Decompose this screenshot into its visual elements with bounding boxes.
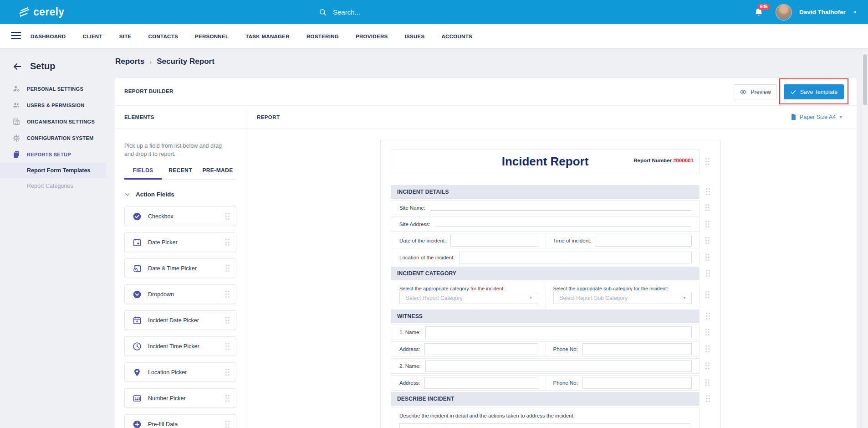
section-header-describe-incident[interactable]: DESCRIBE INCIDENT [391, 392, 700, 406]
nav-accounts[interactable]: ACCOUNTS [441, 34, 472, 39]
witness1-phone-input[interactable] [582, 343, 692, 355]
nav-contacts[interactable]: CONTACTS [148, 34, 178, 39]
nav-providers[interactable]: PROVIDERS [356, 34, 388, 39]
report-sub-category-select[interactable]: Select Report Sub Category ▼ [553, 292, 692, 304]
section-header-witness[interactable]: WITNESS [391, 309, 700, 323]
nav-client[interactable]: CLIENT [82, 34, 102, 39]
witness2-address-input[interactable] [424, 377, 538, 389]
sidebar-subitem-report-form-templates[interactable]: Report Form Templates [0, 163, 106, 178]
section-header-incident-category[interactable]: INCIDENT CATEGORY [391, 267, 700, 280]
field-item-number-picker[interactable]: 123 Number Picker [124, 388, 236, 408]
setup-sidebar: Setup PERSONAL SETTINGS USERS & PERMISSI… [0, 49, 113, 428]
witness1-address-input[interactable] [424, 343, 538, 355]
breadcrumb-parent[interactable]: Reports [115, 57, 144, 66]
describe-textarea[interactable] [399, 423, 691, 428]
drag-handle-icon[interactable] [705, 329, 710, 336]
report-title-block[interactable]: Incident Report Report Number #000001 [391, 149, 700, 174]
scrollbar-thumb[interactable] [863, 54, 867, 105]
date-input[interactable] [450, 235, 538, 247]
drag-handle-icon[interactable] [705, 254, 710, 261]
drag-handle-icon[interactable] [225, 213, 230, 220]
field-item-incident-time-picker[interactable]: Incident Time Picker [124, 336, 236, 356]
field-label: Site Name: [399, 205, 425, 211]
field-item-date-time-picker[interactable]: Date & Time Picker [124, 258, 236, 278]
row-describe-incident[interactable]: Describe the incident in detail and the … [391, 407, 700, 428]
tab-fields[interactable]: FIELDS [124, 167, 162, 180]
field-item-checkbox[interactable]: Checkbox [124, 206, 236, 226]
drag-handle-icon[interactable] [705, 204, 710, 211]
avatar[interactable] [776, 4, 792, 21]
time-input[interactable] [596, 235, 692, 247]
page-scrollbar[interactable] [862, 49, 868, 428]
nav-issues[interactable]: ISSUES [404, 34, 424, 39]
row-location[interactable]: Location of the incident: [391, 250, 700, 265]
row-witness2-address-phone[interactable]: Address: Phone No: [391, 375, 700, 391]
drag-handle-icon[interactable] [225, 395, 230, 402]
notifications-button[interactable]: 646 [754, 7, 764, 17]
drag-handle-icon[interactable] [705, 291, 710, 299]
user-name[interactable]: David Thalhofer [799, 9, 846, 15]
drag-handle-icon[interactable] [705, 362, 710, 370]
app-logo[interactable]: cerely [17, 0, 64, 24]
sidebar-item-configuration-system[interactable]: CONFIGURATION SYSTEM [0, 130, 113, 146]
witness1-name-input[interactable] [425, 326, 692, 338]
drag-handle-icon[interactable] [225, 369, 230, 376]
user-menu-caret-icon[interactable]: ▾ [854, 10, 856, 15]
location-input[interactable] [459, 252, 692, 263]
field-item-incident-date-picker[interactable]: Incident Date Picker [124, 310, 236, 330]
back-arrow-icon[interactable] [12, 62, 22, 72]
report-category-select[interactable]: Select Report Category ▼ [399, 292, 538, 304]
drag-handle-icon[interactable] [706, 313, 710, 320]
paper-size-selector[interactable]: Paper Size A4 ▼ [791, 113, 843, 120]
tab-recent[interactable]: RECENT [162, 167, 199, 180]
drag-handle-icon[interactable] [706, 188, 710, 196]
sidebar-item-organisation-settings[interactable]: ORGANISATION SETTINGS [0, 113, 113, 130]
report-paper: Incident Report Report Number #000001 IN… [380, 140, 721, 428]
nav-site[interactable]: SITE [119, 34, 132, 39]
global-search[interactable] [319, 0, 488, 24]
drag-handle-icon[interactable] [705, 158, 710, 165]
save-template-button[interactable]: Save Template [784, 84, 844, 99]
hamburger-menu-icon[interactable] [11, 32, 21, 41]
drag-handle-icon[interactable] [225, 239, 230, 246]
sidebar-item-personal-settings[interactable]: PERSONAL SETTINGS [0, 81, 113, 97]
sidebar-item-reports-setup[interactable]: REPORTS SETUP [0, 146, 113, 163]
drag-handle-icon[interactable] [705, 379, 710, 387]
witness2-name-input[interactable] [425, 360, 692, 372]
sidebar-subitem-report-categories[interactable]: Report Categories [0, 178, 106, 194]
section-header-incident-details[interactable]: INCIDENT DETAILS [391, 185, 700, 199]
witness2-phone-input[interactable] [582, 377, 692, 389]
drag-handle-icon[interactable] [705, 221, 710, 228]
drag-handle-icon[interactable] [225, 265, 230, 272]
row-witness1-name[interactable]: 1. Name: [391, 325, 700, 340]
save-template-label: Save Template [800, 89, 837, 95]
nav-task-manager[interactable]: TASK MANAGER [245, 34, 290, 39]
check-icon [790, 89, 797, 95]
preview-button[interactable]: Preview [734, 84, 777, 99]
row-site-name[interactable]: Site Name: [391, 200, 700, 215]
drag-handle-icon[interactable] [706, 395, 710, 402]
drag-handle-icon[interactable] [225, 343, 230, 350]
row-date-time[interactable]: Date of the incident: Time of incident: [391, 233, 700, 248]
drag-handle-icon[interactable] [225, 317, 230, 324]
row-witness2-name[interactable]: 2. Name: [391, 358, 700, 374]
action-fields-group-toggle[interactable]: Action Fields [124, 191, 236, 198]
drag-handle-icon[interactable] [225, 291, 230, 298]
field-item-location-picker[interactable]: Location Picker [124, 362, 236, 382]
nav-rostering[interactable]: ROSTERING [306, 34, 339, 39]
field-item-dropdown[interactable]: Dropdown [124, 284, 236, 304]
nav-personnel[interactable]: PERSONNEL [195, 34, 229, 39]
row-site-address[interactable]: Site Address: [391, 217, 700, 232]
nav-dashboard[interactable]: DASHBOARD [31, 34, 66, 39]
search-input[interactable] [333, 8, 488, 16]
tab-pre-made[interactable]: PRE-MADE [199, 167, 236, 180]
drag-handle-icon[interactable] [225, 421, 230, 428]
drag-handle-icon[interactable] [706, 270, 710, 277]
drag-handle-icon[interactable] [705, 237, 710, 244]
field-item-date-picker[interactable]: Date Picker [124, 232, 236, 252]
field-item-pre-fill-data[interactable]: Pre-fill Data [124, 414, 236, 428]
sidebar-item-users-permission[interactable]: USERS & PERMISSION [0, 97, 113, 113]
row-category-selects[interactable]: Select the appropriate category for the … [391, 282, 700, 308]
row-witness1-address-phone[interactable]: Address: Phone No: [391, 341, 700, 357]
drag-handle-icon[interactable] [705, 345, 710, 353]
